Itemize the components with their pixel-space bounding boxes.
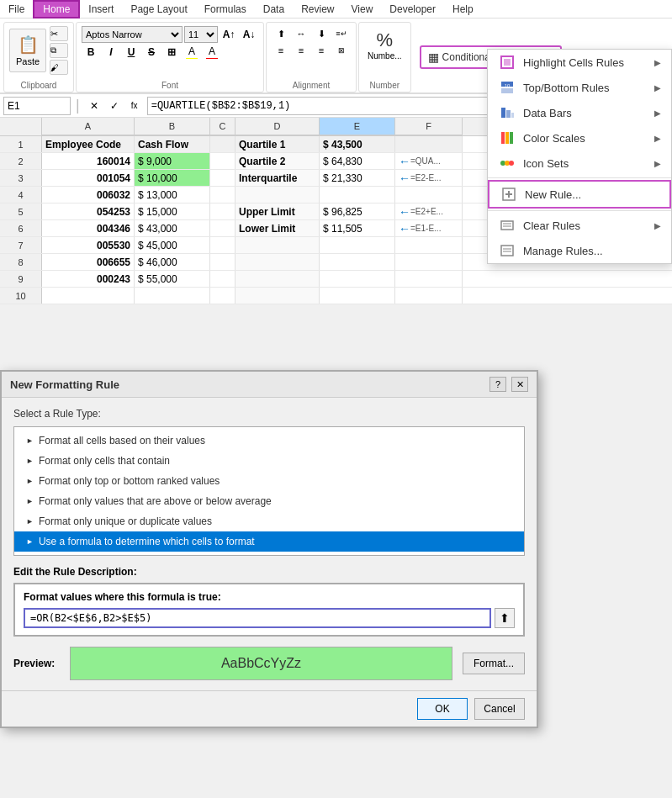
wrap-text-button[interactable]: ≡↵ — [332, 26, 351, 41]
cell-a7[interactable]: 005530 — [42, 237, 135, 253]
menu-review[interactable]: Review — [293, 2, 342, 17]
cell-d4[interactable] — [235, 187, 320, 203]
strikethrough-button[interactable]: S — [142, 45, 161, 60]
cell-a4[interactable]: 006032 — [42, 187, 135, 203]
cell-a10[interactable] — [42, 288, 135, 304]
cell-e2[interactable]: $ 64,830 — [320, 153, 395, 169]
increase-font-button[interactable]: A↑ — [220, 27, 238, 42]
align-bottom-button[interactable]: ⬇ — [312, 26, 331, 41]
cut-button[interactable]: ✂ — [50, 26, 68, 41]
cell-d10[interactable] — [235, 288, 320, 304]
cf-menu-colorscales[interactable]: Color Scales ▶ — [488, 125, 671, 151]
cell-d8[interactable] — [235, 254, 320, 270]
cell-f8[interactable] — [395, 254, 463, 270]
cell-a5[interactable]: 054253 — [42, 203, 135, 219]
decrease-font-button[interactable]: A↓ — [240, 27, 258, 42]
format-painter-button[interactable]: 🖌 — [50, 60, 68, 75]
cell-f3[interactable]: ← =E2-E... — [395, 170, 463, 186]
cf-menu-newrule[interactable]: New Rule... — [488, 180, 671, 209]
menu-help[interactable]: Help — [444, 2, 482, 17]
menu-home[interactable]: Home — [33, 0, 80, 18]
cell-c3[interactable] — [210, 170, 235, 186]
menu-file[interactable]: File — [0, 2, 33, 17]
cf-menu-databars[interactable]: Data Bars ▶ — [488, 100, 671, 125]
font-name-select[interactable]: Aptos Narrow — [82, 26, 183, 43]
borders-button[interactable]: ⊞ — [162, 45, 181, 60]
cell-a6[interactable]: 004346 — [42, 220, 135, 236]
insert-function-button[interactable]: fx — [125, 97, 144, 115]
italic-button[interactable]: I — [102, 45, 120, 60]
align-center-button[interactable]: ≡ — [292, 43, 310, 58]
format-button[interactable]: Format... — [463, 653, 525, 674]
cell-e6[interactable]: $ 11,505 — [320, 220, 395, 236]
rule-type-unique[interactable]: ► Format only unique or duplicate values — [14, 511, 524, 531]
cell-c5[interactable] — [210, 203, 235, 219]
cell-c10[interactable] — [210, 288, 235, 304]
cell-a8[interactable]: 006655 — [42, 254, 135, 270]
rule-type-topbottom[interactable]: ► Format only top or bottom ranked value… — [14, 471, 524, 491]
cell-f5[interactable]: ← =E2+E... — [395, 203, 463, 219]
cell-b7[interactable]: $ 45,000 — [135, 237, 210, 253]
cell-a2[interactable]: 160014 — [42, 153, 135, 169]
cell-c1[interactable] — [210, 136, 235, 152]
menu-insert[interactable]: Insert — [80, 2, 122, 17]
copy-button[interactable]: ⧉ — [50, 43, 68, 58]
cell-d6[interactable]: Lower Limit — [235, 220, 320, 236]
cf-menu-managerules[interactable]: Manage Rules... — [488, 238, 671, 263]
cf-menu-iconsets[interactable]: Icon Sets ▶ — [488, 151, 671, 176]
cell-e10[interactable] — [320, 288, 395, 304]
dialog-help-button[interactable]: ? — [489, 377, 506, 392]
rule-type-contain[interactable]: ► Format only cells that contain — [14, 451, 524, 471]
cell-e3[interactable]: $ 21,330 — [320, 170, 395, 186]
cell-a3[interactable]: 001054 — [42, 170, 135, 186]
cell-d3[interactable]: Interquartile — [235, 170, 320, 186]
cell-f6[interactable]: ← =E1-E... — [395, 220, 463, 236]
cell-e8[interactable] — [320, 254, 395, 270]
cell-c7[interactable] — [210, 237, 235, 253]
cell-b4[interactable]: $ 13,000 — [135, 187, 210, 203]
cell-a1[interactable]: Employee Code — [42, 136, 135, 152]
cell-e7[interactable] — [320, 237, 395, 253]
rule-type-abovebelow[interactable]: ► Format only values that are above or b… — [14, 491, 524, 511]
cell-f7[interactable] — [395, 237, 463, 253]
cell-b10[interactable] — [135, 288, 210, 304]
collapse-dialog-button[interactable]: ⬆ — [495, 608, 515, 628]
menu-formulas[interactable]: Formulas — [196, 2, 255, 17]
confirm-formula-button[interactable]: ✓ — [105, 97, 124, 115]
cell-e5[interactable]: $ 96,825 — [320, 203, 395, 219]
cell-reference-box[interactable] — [3, 97, 71, 115]
menu-developer[interactable]: Developer — [381, 2, 444, 17]
cell-a9[interactable]: 000243 — [42, 271, 135, 287]
cell-f9[interactable] — [395, 271, 463, 287]
cell-b1[interactable]: Cash Flow — [135, 136, 210, 152]
cell-f2[interactable]: ← =QUA... — [395, 153, 463, 169]
cell-d7[interactable] — [235, 237, 320, 253]
formula-true-input[interactable] — [24, 608, 491, 628]
font-color-button[interactable]: A — [203, 45, 221, 60]
cell-c2[interactable] — [210, 153, 235, 169]
cell-c9[interactable] — [210, 271, 235, 287]
align-middle-button[interactable]: ↔ — [292, 26, 310, 41]
cell-d5[interactable]: Upper Limit — [235, 203, 320, 219]
cell-c8[interactable] — [210, 254, 235, 270]
dialog-ok-button[interactable]: OK — [417, 698, 468, 720]
rule-type-allcells[interactable]: ► Format all cells based on their values — [14, 431, 524, 451]
cell-b3[interactable]: $ 10,000 — [135, 170, 210, 186]
align-right-button[interactable]: ≡ — [312, 43, 331, 58]
menu-data[interactable]: Data — [255, 2, 293, 17]
align-top-button[interactable]: ⬆ — [272, 26, 290, 41]
paste-button[interactable]: 📋 Paste — [9, 29, 46, 72]
cell-f4[interactable] — [395, 187, 463, 203]
cf-menu-clearrules[interactable]: Clear Rules ▶ — [488, 213, 671, 238]
cell-b6[interactable]: $ 43,000 — [135, 220, 210, 236]
cell-b9[interactable]: $ 55,000 — [135, 271, 210, 287]
cell-e1[interactable]: $ 43,500 — [320, 136, 395, 152]
align-left-button[interactable]: ≡ — [272, 43, 290, 58]
cell-b5[interactable]: $ 15,000 — [135, 203, 210, 219]
cell-d1[interactable]: Quartile 1 — [235, 136, 320, 152]
rule-type-formula[interactable]: ► Use a formula to determine which cells… — [14, 531, 524, 552]
cell-f1[interactable] — [395, 136, 463, 152]
bold-button[interactable]: B — [82, 45, 100, 60]
cell-c6[interactable] — [210, 220, 235, 236]
dialog-cancel-button[interactable]: Cancel — [474, 698, 525, 720]
